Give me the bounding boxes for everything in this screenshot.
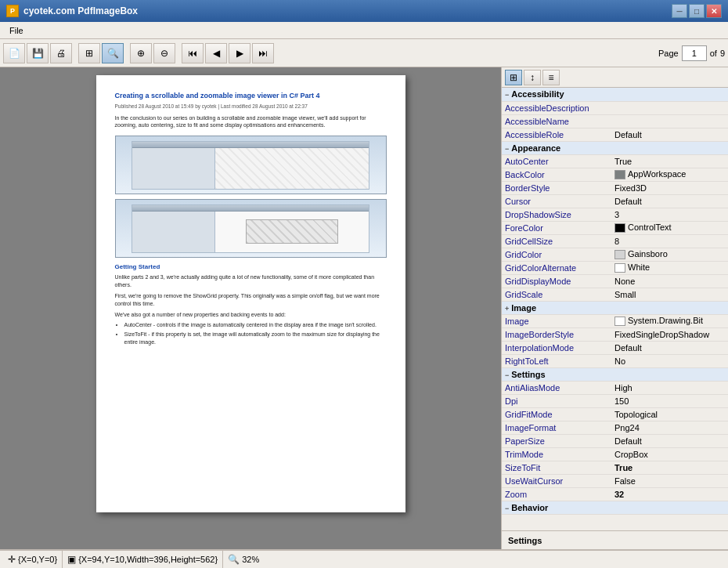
prop-value[interactable]: False	[611, 474, 728, 487]
open-icon: 📄	[9, 48, 20, 59]
close-button[interactable]: ✕	[706, 4, 722, 18]
prop-value[interactable]	[611, 114, 728, 128]
status-bar: ✛ {X=0,Y=0} ▣ {X=94,Y=10,Width=396,Heigh…	[0, 549, 728, 568]
prop-value[interactable]: Default	[611, 341, 728, 354]
prop-row: InterpolationMode Default	[502, 341, 728, 354]
category-label: Image	[511, 303, 536, 313]
prop-value[interactable]: Default	[611, 128, 728, 141]
prop-label: RightToLeft	[502, 354, 611, 367]
first-page-button[interactable]: ⏮	[182, 43, 204, 63]
prop-label: UseWaitCursor	[502, 474, 611, 487]
prop-value[interactable]: 3	[611, 208, 728, 221]
backcolor-swatch	[614, 170, 625, 179]
main-area: Creating a scrollable and zoomable image…	[0, 67, 728, 549]
minimize-button[interactable]: ─	[672, 4, 687, 18]
prop-row: ImageBorderStyle FixedSingleDropShadow	[502, 327, 728, 341]
screenshot-toolbar-2	[132, 205, 369, 212]
pdf-para3: We've also got a number of new propertie…	[115, 311, 387, 319]
app-icon-text: P	[10, 7, 15, 15]
prop-value[interactable]: Fixed3D	[611, 181, 728, 194]
first-page-icon: ⏮	[188, 48, 197, 59]
save-button[interactable]: 💾	[27, 43, 49, 63]
copy-icon: ⊞	[85, 48, 93, 59]
copy-button[interactable]: ⊞	[78, 43, 100, 63]
category-appearance[interactable]: −Appearance	[502, 141, 728, 154]
prop-value[interactable]: 8	[611, 234, 728, 248]
prop-label: DropShadowSize	[502, 208, 611, 221]
prop-label: TrimMode	[502, 447, 611, 461]
prop-value[interactable]: 32	[611, 487, 728, 501]
category-behavior[interactable]: −Behavior	[502, 501, 728, 514]
prop-value[interactable]: True	[611, 461, 728, 474]
prop-value[interactable]: White	[611, 261, 728, 274]
prop-value[interactable]: Topological	[611, 407, 728, 421]
pdf-bullets: AutoCenter - controls if the image is au…	[124, 321, 387, 346]
app-icon: P	[6, 5, 19, 17]
prop-row: AutoCenter True	[502, 154, 728, 168]
prop-value[interactable]: No	[611, 354, 728, 367]
sort-alpha-button[interactable]: ↕	[524, 70, 541, 85]
cursor-position: {X=0,Y=0}	[18, 555, 57, 564]
menu-file[interactable]: File	[3, 24, 30, 37]
maximize-button[interactable]: □	[689, 4, 705, 18]
prop-value[interactable]: Gainsboro	[611, 248, 728, 261]
prop-label: GridScale	[502, 288, 611, 301]
zoom-in-button[interactable]: ⊕	[130, 43, 152, 63]
prop-row: GridCellSize 8	[502, 234, 728, 248]
props-icon: ≡	[548, 72, 553, 83]
prop-value[interactable]: Small	[611, 288, 728, 301]
prop-row: Cursor Default	[502, 194, 728, 208]
open-button[interactable]: 📄	[3, 43, 25, 63]
prop-value[interactable]: High	[611, 381, 728, 394]
prev-page-icon: ◀	[213, 48, 220, 59]
category-label: Behavior	[511, 503, 548, 512]
prop-value[interactable]: FixedSingleDropShadow	[611, 327, 728, 341]
zoom-in-icon: ⊕	[137, 48, 145, 59]
page-of-label: of	[710, 49, 717, 58]
prop-row: ImageFormat Png24	[502, 421, 728, 434]
prop-value[interactable]: Default	[611, 194, 728, 208]
prop-row: Zoom 32	[502, 487, 728, 501]
prop-row: AntiAliasMode High	[502, 381, 728, 394]
prop-value[interactable]: Default	[611, 434, 728, 447]
prev-page-button[interactable]: ◀	[205, 43, 227, 63]
props-button[interactable]: ≡	[542, 70, 560, 85]
prop-value[interactable]	[611, 101, 728, 114]
screenshot-inner-2	[132, 204, 369, 253]
cursor-status-icon: ✛	[8, 554, 16, 565]
prop-row: SizeToFit True	[502, 461, 728, 474]
next-page-button[interactable]: ▶	[229, 43, 250, 63]
print-icon: 🖨	[56, 48, 66, 59]
prop-value[interactable]: 150	[611, 394, 728, 407]
zoom-out-button[interactable]: ⊖	[153, 43, 175, 63]
last-page-button[interactable]: ⏭	[252, 43, 274, 63]
category-accessibility[interactable]: −Accessibility	[502, 88, 728, 101]
screenshot-main-1	[215, 148, 369, 189]
prop-row: TrimMode CropBox	[502, 447, 728, 461]
prop-label: BorderStyle	[502, 181, 611, 194]
sort-category-button[interactable]: ⊞	[505, 70, 522, 85]
pdf-viewer[interactable]: Creating a scrollable and zoomable image…	[0, 67, 501, 549]
page-total: 9	[720, 49, 725, 58]
prop-row: PaperSize Default	[502, 434, 728, 447]
pdf-intro: In the conclusion to our series on build…	[115, 114, 387, 130]
toolbar: 📄 💾 🖨 ⊞ 🔍 ⊕ ⊖ ⏮ ◀ ▶ ⏭ Page of 9	[0, 39, 728, 67]
prop-label: PaperSize	[502, 434, 611, 447]
prop-label: ImageBorderStyle	[502, 327, 611, 341]
print-button[interactable]: 🖨	[50, 43, 72, 63]
zoom-tool-button[interactable]: 🔍	[102, 43, 124, 63]
category-image[interactable]: +Image	[502, 301, 728, 314]
save-icon: 💾	[32, 48, 44, 59]
page-input[interactable]	[682, 45, 707, 61]
prop-value[interactable]: AppWorkspace	[611, 168, 728, 181]
prop-value[interactable]: System.Drawing.Bit	[611, 314, 728, 327]
collapse-icon: −	[505, 371, 509, 379]
prop-value[interactable]: True	[611, 154, 728, 168]
props-scroll-area[interactable]: −Accessibility AccessibleDescription Acc…	[502, 88, 728, 530]
prop-value[interactable]: None	[611, 274, 728, 288]
zoom-status-icon: 🔍	[228, 554, 240, 565]
prop-value[interactable]: CropBox	[611, 447, 728, 461]
category-settings[interactable]: −Settings	[502, 367, 728, 381]
prop-value[interactable]: ControlText	[611, 221, 728, 234]
prop-value[interactable]: Png24	[611, 421, 728, 434]
